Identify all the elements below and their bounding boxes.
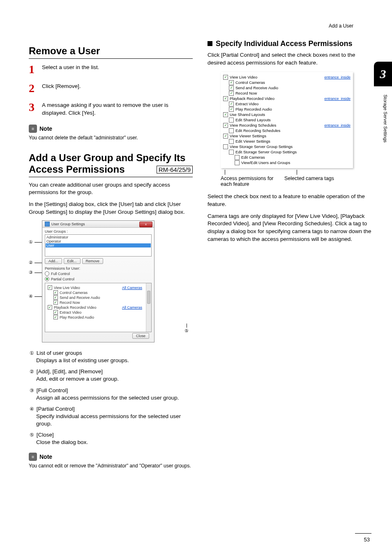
scrollbar[interactable] bbox=[146, 283, 151, 332]
list-item[interactable]: Operator bbox=[46, 239, 151, 243]
list-item[interactable]: Administrator bbox=[46, 235, 151, 239]
note-heading: ≡ Note bbox=[29, 453, 193, 461]
checkbox-icon bbox=[229, 107, 234, 112]
camera-tag-link[interactable]: entrance_inside bbox=[324, 123, 350, 127]
camera-tag-link[interactable]: All Cameras bbox=[122, 286, 142, 290]
paragraph: Select the check box next to a feature t… bbox=[208, 193, 371, 208]
checkbox-icon bbox=[53, 300, 58, 305]
permission-row[interactable]: Record Now bbox=[223, 91, 350, 96]
callout-item: ① List of user groupsDisplays a list of … bbox=[29, 350, 193, 364]
breadcrumb: Add a User bbox=[329, 23, 353, 29]
chapter-tab: 3 bbox=[374, 62, 392, 86]
permission-checkbox[interactable]: Extract Video bbox=[53, 310, 149, 314]
note-icon: ≡ bbox=[29, 125, 37, 133]
permission-row[interactable]: View/Edit Users and Groups bbox=[223, 160, 350, 165]
remove-button[interactable]: Remove bbox=[82, 258, 104, 264]
close-button[interactable]: Close bbox=[132, 333, 149, 339]
step-number: 1 bbox=[29, 64, 37, 75]
permission-row[interactable]: Play Recorded Audio bbox=[223, 107, 350, 112]
permission-row[interactable]: Edit Storage Server Group Settings bbox=[223, 150, 350, 155]
permissions-label: Permissions for User: bbox=[45, 266, 152, 271]
user-groups-list[interactable]: Administrator Operator User bbox=[45, 234, 152, 257]
note-label: Note bbox=[39, 453, 52, 460]
permission-row[interactable]: View Recording Schedulesentrance_inside bbox=[223, 123, 350, 128]
callout-item: ⑤ [Close]Close the dialog box. bbox=[29, 432, 193, 446]
permission-row[interactable]: Control Cameras bbox=[223, 80, 350, 85]
permissions-caption: Access permissions for each feature Sele… bbox=[221, 170, 348, 187]
checkbox-icon bbox=[223, 96, 228, 101]
step-1: 1 Select a user in the list. bbox=[29, 64, 193, 75]
callout-item: ③ [Full Control]Assign all access permis… bbox=[29, 387, 193, 402]
callout-marker-4: ④ bbox=[29, 294, 33, 299]
checkbox-icon bbox=[229, 150, 234, 155]
camera-tag-link[interactable]: entrance_inside bbox=[324, 97, 350, 101]
checkbox-icon bbox=[53, 290, 58, 295]
checkbox-icon bbox=[229, 102, 234, 106]
permission-row[interactable]: Extract Video bbox=[223, 102, 350, 106]
permission-row[interactable]: View Viewer Settings bbox=[223, 134, 350, 139]
footer-rule bbox=[355, 533, 371, 534]
permission-checkbox[interactable]: View Live VideoAll Cameras bbox=[48, 285, 149, 290]
step-number: 3 bbox=[29, 102, 37, 117]
radio-partial-control[interactable]: Partial Control bbox=[45, 277, 152, 281]
user-group-settings-dialog: User Group Settings x User Groups : Admi… bbox=[42, 220, 154, 342]
permission-row[interactable]: Playback Recorded Videoentrance_inside bbox=[223, 96, 350, 101]
dialog-titlebar: User Group Settings bbox=[42, 221, 154, 228]
checkbox-icon bbox=[235, 155, 240, 160]
callout-item: ② [Add], [Edit], and [Remove]Add, edit o… bbox=[29, 368, 193, 383]
permission-checkbox[interactable]: Playback Recorded VideoAll Cameras bbox=[48, 305, 149, 310]
paragraph: In the [Settings] dialog box, click the … bbox=[29, 201, 193, 216]
permission-row[interactable]: Send and Receive Audio bbox=[223, 86, 350, 90]
permission-row[interactable]: Edit Recording Schedules bbox=[223, 128, 350, 133]
checkbox-icon bbox=[229, 86, 234, 90]
checkbox-icon bbox=[223, 144, 228, 149]
step-number: 2 bbox=[29, 83, 37, 94]
callout-marker-3: ③ bbox=[29, 270, 33, 275]
edit-button[interactable]: Edit... bbox=[64, 258, 81, 264]
permissions-figure: View Live Videoentrance_insideControl Ca… bbox=[221, 72, 353, 168]
checkbox-icon bbox=[235, 160, 240, 165]
permission-checkbox[interactable]: Play Recorded Audio bbox=[53, 315, 149, 319]
step-2: 2 Click [Remove]. bbox=[29, 83, 193, 94]
chapter-caption: Storage Server Settings bbox=[383, 95, 388, 143]
callout-marker-2: ② bbox=[29, 260, 33, 265]
permission-row[interactable]: Use Shared Layouts bbox=[223, 112, 350, 117]
checkbox-icon bbox=[229, 91, 234, 96]
permission-checkbox[interactable]: Send and Receive Audio bbox=[53, 295, 149, 300]
camera-tag-link[interactable]: All Cameras bbox=[122, 305, 142, 310]
permission-row[interactable]: View Storage Server Group Settings bbox=[223, 144, 350, 149]
permission-checkbox[interactable]: Record Now bbox=[53, 300, 149, 305]
app-icon bbox=[45, 222, 50, 227]
checkbox-icon bbox=[48, 305, 52, 310]
callout-marker-5: ⑤ bbox=[184, 328, 189, 333]
checkbox-icon bbox=[223, 75, 228, 80]
checkbox-icon bbox=[229, 80, 234, 85]
permission-row[interactable]: Edit Viewer Settings bbox=[223, 139, 350, 144]
step-3: 3 A message asking if you want to remove… bbox=[29, 102, 193, 117]
permission-row[interactable]: Edit Cameras bbox=[223, 155, 350, 160]
paragraph: Click [Partial Control] and select the c… bbox=[208, 51, 371, 67]
callout-list: ① List of user groupsDisplays a list of … bbox=[29, 350, 193, 446]
paragraph: You can create additional user groups an… bbox=[29, 181, 193, 197]
radio-full-control[interactable]: Full Control bbox=[45, 271, 152, 276]
permission-checkbox[interactable]: Control Cameras bbox=[53, 290, 149, 295]
checkbox-icon bbox=[229, 139, 234, 144]
checkbox-icon bbox=[53, 295, 58, 300]
add-button[interactable]: Add... bbox=[45, 258, 62, 264]
step-text: Select a user in the list. bbox=[42, 64, 99, 75]
note-body: You cannot edit or remove the "Administr… bbox=[29, 462, 193, 469]
heading-remove-user: Remove a User bbox=[29, 45, 193, 59]
list-item[interactable]: User bbox=[46, 243, 151, 247]
note-heading: ≡ Note bbox=[29, 125, 193, 133]
permission-row[interactable]: View Live Videoentrance_inside bbox=[223, 75, 350, 80]
camera-tag-link[interactable]: entrance_inside bbox=[324, 75, 350, 79]
permission-row[interactable]: Edit Shared Layouts bbox=[223, 118, 350, 123]
checkbox-icon bbox=[223, 123, 228, 128]
callout-marker-1: ① bbox=[29, 239, 33, 245]
user-group-settings-figure: ① ② ③ ④ User Group Settings x User Group… bbox=[29, 220, 193, 342]
dialog-title: User Group Settings bbox=[51, 222, 85, 226]
checkbox-icon bbox=[223, 112, 228, 117]
paragraph: Camera tags are only displayed for [View… bbox=[208, 213, 371, 244]
close-icon[interactable]: x bbox=[139, 222, 152, 227]
checkbox-icon bbox=[229, 118, 234, 123]
